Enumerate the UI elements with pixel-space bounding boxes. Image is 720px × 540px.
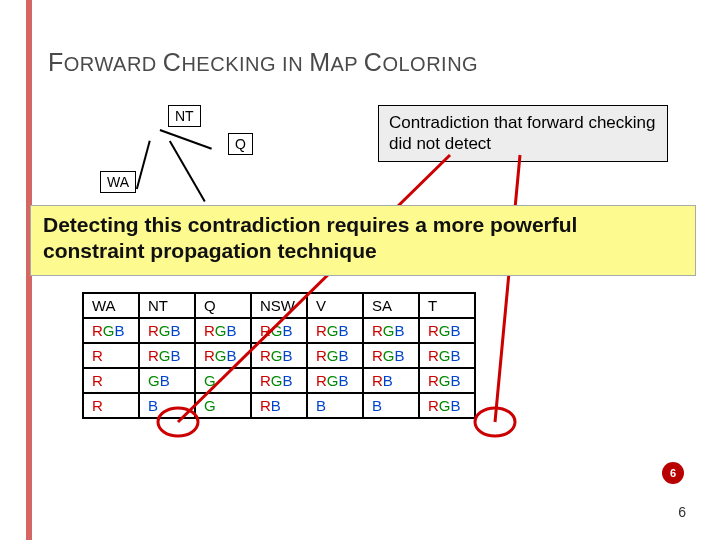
cell: G — [195, 393, 251, 418]
contradiction-circle-sa — [475, 408, 515, 436]
title-frag: C — [364, 48, 383, 76]
cell: B — [139, 393, 195, 418]
cell: R — [83, 368, 139, 393]
table-row: R B G RB B B RGB — [83, 393, 475, 418]
cell: RB — [251, 393, 307, 418]
cell: RGB — [251, 318, 307, 343]
table-row: RGB RGB RGB RGB RGB RGB RGB — [83, 318, 475, 343]
slide-title: FORWARD CHECKING IN MAP COLORING — [48, 48, 478, 77]
cell: RGB — [307, 318, 363, 343]
state-nt: NT — [168, 105, 201, 127]
col-header: WA — [83, 293, 139, 318]
cell: G — [195, 368, 251, 393]
cell: RGB — [195, 343, 251, 368]
title-frag: HECKING IN — [181, 53, 309, 75]
cell: B — [307, 393, 363, 418]
map-edge — [169, 140, 205, 201]
cell: RGB — [363, 318, 419, 343]
cell: RGB — [251, 343, 307, 368]
slide-number-footer: 6 — [678, 504, 686, 520]
callout-line — [495, 155, 520, 422]
state-q: Q — [228, 133, 253, 155]
cell: RGB — [419, 343, 475, 368]
cell: RB — [363, 368, 419, 393]
col-header: SA — [363, 293, 419, 318]
cell: RGB — [419, 393, 475, 418]
cell: RGB — [195, 318, 251, 343]
title-frag: ORWARD — [64, 53, 163, 75]
table-row: R GB G RGB RGB RB RGB — [83, 368, 475, 393]
cell: RGB — [307, 343, 363, 368]
title-frag: M — [309, 48, 330, 76]
domain-table: WA NT Q NSW V SA T RGB RGB RGB RGB RGB R… — [82, 292, 476, 419]
highlight-note: Detecting this contradiction requires a … — [30, 205, 696, 276]
col-header: V — [307, 293, 363, 318]
cell: RGB — [419, 368, 475, 393]
table-row: R RGB RGB RGB RGB RGB RGB — [83, 343, 475, 368]
map-edge — [136, 141, 150, 190]
map-edge — [160, 129, 212, 149]
cell: R — [83, 393, 139, 418]
cell: RGB — [139, 343, 195, 368]
callout-box: Contradiction that forward checking did … — [378, 105, 668, 162]
slide-number-badge: 6 — [662, 462, 684, 484]
title-frag: AP — [330, 53, 363, 75]
cell: RGB — [83, 318, 139, 343]
table-header-row: WA NT Q NSW V SA T — [83, 293, 475, 318]
cell: B — [363, 393, 419, 418]
state-wa: WA — [100, 171, 136, 193]
cell: R — [83, 343, 139, 368]
cell: GB — [139, 368, 195, 393]
cell: RGB — [419, 318, 475, 343]
title-frag: F — [48, 48, 64, 76]
title-frag: C — [163, 48, 182, 76]
col-header: Q — [195, 293, 251, 318]
cell: RGB — [363, 343, 419, 368]
col-header: T — [419, 293, 475, 318]
cell: RGB — [139, 318, 195, 343]
cell: RGB — [251, 368, 307, 393]
cell: RGB — [307, 368, 363, 393]
col-header: NT — [139, 293, 195, 318]
col-header: NSW — [251, 293, 307, 318]
title-frag: OLORING — [382, 53, 478, 75]
